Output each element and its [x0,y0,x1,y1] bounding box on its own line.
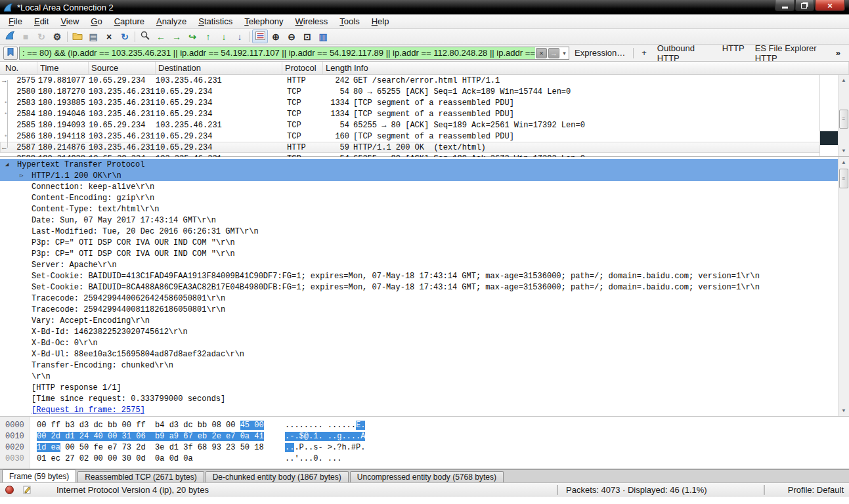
byte-view-tab-frame[interactable]: Frame (59 bytes) [2,469,76,482]
column-header-length[interactable]: Length [323,62,351,74]
detail-line-15[interactable]: X-Bd-Id: 14623822523020745612\r\n [0,326,838,337]
detail-line-4[interactable]: Content-Type: text/html\r\n [0,203,838,215]
packet-scrollbar-thumb[interactable]: ≡ [839,110,848,129]
menu-item-statistics[interactable]: Statistics [192,15,238,28]
close-button[interactable]: × [815,0,845,11]
detail-line-10[interactable]: Set-Cookie: BAIDUID=413C1FAD49FAA1913F84… [0,270,838,282]
detail-line-5[interactable]: Date: Sun, 07 May 2017 17:43:14 GMT\r\n [0,215,838,226]
byte-view-tab-uncompressed[interactable]: Uncompressed entity body (5768 bytes) [350,471,504,482]
start-capture-button[interactable] [2,30,18,43]
filter-bookmark-button[interactable] [3,47,18,60]
maximize-button[interactable] [795,0,814,11]
detail-line-11[interactable]: Set-Cookie: BAIDUID=8CA488A86C9EA3AC82B1… [0,282,838,293]
packet-row-2585[interactable]: 2585180.19409310.65.29.234103.235.46.231… [0,119,849,131]
packet-row-2584[interactable]: •2584180.194046103.235.46.23110.65.29.23… [0,108,849,119]
filter-shortcut-outbound-http[interactable]: Outbound HTTP [652,43,717,63]
stop-capture-button[interactable]: ■ [18,30,33,43]
ascii-selected-chars[interactable]: .-.$@.1. ..g....A [285,432,365,441]
capture-options-button[interactable]: ⚙ [49,30,65,43]
zoom-in-button[interactable]: ⊕ [268,30,284,43]
reload-file-button[interactable]: ↻ [117,30,133,43]
hex-selected-bytes[interactable]: 1d ea [37,443,60,452]
detail-line-14[interactable]: Vary: Accept-Encoding\r\n [0,315,838,326]
go-forward-button[interactable]: → [169,30,185,43]
packet-row-2587[interactable]: ←2587180.214876103.235.46.23110.65.29.23… [0,142,849,153]
detail-line-13[interactable]: Tracecode: 25942994400811826186050801\r\… [0,304,838,315]
resize-columns-button[interactable]: ▥ [315,30,331,43]
zoom-out-button[interactable]: ⊖ [284,30,299,43]
expander-open-icon[interactable]: ◢ [5,161,9,168]
restart-capture-button[interactable]: ↻ [33,30,49,43]
column-header-no[interactable]: No. [0,62,37,74]
byte-view-tab-reassembled[interactable]: Reassembled TCP (2671 bytes) [77,471,204,482]
detail-line-17[interactable]: X-Bd-Ul: 88ee10a3c15695804ad87d8aef32ada… [0,348,838,360]
detail-line-8[interactable]: P3p: CP=" OTI DSP COR IVA OUR IND COM "\… [0,248,838,259]
detail-line-7[interactable]: P3p: CP=" OTI DSP COR IVA OUR IND COM "\… [0,237,838,248]
detail-line-1[interactable]: ▷HTTP/1.1 200 OK\r\n [0,170,838,181]
open-file-button[interactable] [70,30,85,43]
filter-clear-button[interactable]: × [536,48,547,58]
add-filter-button[interactable]: + [636,48,652,58]
scroll-up-icon[interactable]: ▲ [838,158,849,167]
expert-info-icon[interactable] [5,486,14,494]
detail-line-16[interactable]: X-Bd-Oc: 0\r\n [0,337,838,348]
close-file-button[interactable]: × [101,30,117,43]
detail-line-12[interactable]: Tracecode: 25942994400626424586050801\r\… [0,293,838,304]
colorize-packets-button[interactable] [252,30,268,43]
menu-item-file[interactable]: File [3,15,28,28]
packet-row-2583[interactable]: •2583180.193885103.235.46.23110.65.29.23… [0,97,849,108]
find-packet-button[interactable] [137,30,153,43]
hex-selected-bytes[interactable]: 00 2d d1 24 40 00 31 06 b9 a9 67 eb 2e e… [37,432,264,441]
expander-closed-icon[interactable]: ▷ [20,172,23,179]
hex-bytes[interactable]: 01 ec 27 02 00 00 30 0d 0a 0d 0a [37,454,193,463]
ascii-chars[interactable]: ..'...0. ... [285,454,341,463]
display-filter-input[interactable]: : == 80) && (ip.addr == 103.235.46.231 |… [20,47,535,59]
scroll-up-icon[interactable]: ▲ [838,75,849,85]
ascii-selected-chars[interactable]: .. [285,443,294,452]
zoom-reset-button[interactable]: ⊡ [299,30,315,43]
hex-bytes[interactable]: 00 50 fe e7 73 2d 3e d1 3f 68 93 23 50 1… [60,443,264,452]
filter-shortcut-es-file-explorer-http[interactable]: ES File Explorer HTTP [750,43,836,63]
scroll-down-icon[interactable]: ▼ [838,406,849,415]
go-to-packet-button[interactable]: ↪ [185,30,200,43]
details-scrollbar-thumb[interactable]: ≡ [839,169,848,188]
toolbar-overflow-chevron[interactable]: » [836,48,846,58]
hex-selected-bytes[interactable]: 45 00 [240,421,264,430]
detail-line-0[interactable]: ◢Hypertext Transfer Protocol [0,159,838,170]
menu-item-edit[interactable]: Edit [28,15,54,28]
ascii-chars[interactable]: .P..s- >.?h.#P. [294,443,365,452]
hex-row-0000[interactable]: 000000 ff b3 d3 dc bb 00 ff b4 d3 dc bb … [0,419,849,430]
detail-line-3[interactable]: Content-Encoding: gzip\r\n [0,192,838,203]
detail-line-19[interactable]: \r\n [0,371,838,382]
detail-line-9[interactable]: Server: Apache\r\n [0,259,838,270]
detail-line-21[interactable]: [Time since request: 0.333799000 seconds… [0,393,838,404]
column-header-info[interactable]: Info [351,62,849,74]
packet-list-scrollbar[interactable]: ▲ ≡ ▼ [838,75,849,156]
menu-item-help[interactable]: Help [366,15,395,28]
column-header-destination[interactable]: Destination [156,62,282,74]
hex-row-0030[interactable]: 003001 ec 27 02 00 00 30 0d 0a 0d 0a..'.… [0,453,849,464]
byte-view-tab-de-chunked[interactable]: De-chunked entity body (1867 bytes) [206,471,349,482]
detail-line-2[interactable]: Connection: keep-alive\r\n [0,181,838,192]
ascii-selected-chars[interactable]: E. [356,421,365,430]
save-file-button[interactable]: ▤ [85,30,101,43]
capture-comment-icon[interactable] [23,486,32,494]
column-header-time[interactable]: Time [37,62,89,74]
filter-apply-button[interactable]: → [548,48,559,58]
status-profile[interactable]: Profile: Default [788,485,844,495]
packet-bytes-pane[interactable]: 000000 ff b3 d3 dc bb 00 ff b4 d3 dc bb … [0,417,849,469]
filter-shortcut-http[interactable]: HTTP [717,43,750,63]
minimize-button[interactable] [775,0,795,11]
packet-row-2575[interactable]: →2575179.88107710.65.29.234103.235.46.23… [0,75,849,86]
detail-line-18[interactable]: Transfer-Encoding: chunked\r\n [0,360,838,371]
go-back-button[interactable]: ← [153,30,169,43]
go-first-packet-button[interactable]: ↑ [200,30,216,43]
ascii-chars[interactable]: ........ ...... [285,421,356,430]
hex-row-0020[interactable]: 00201d ea 00 50 fe e7 73 2d 3e d1 3f 68 … [0,442,849,453]
auto-scroll-button[interactable]: ↓ [232,30,248,43]
menu-item-telephony[interactable]: Telephony [238,15,289,28]
details-scrollbar[interactable]: ▲ ≡ ▼ [838,157,849,416]
column-header-source[interactable]: Source [89,62,156,74]
menu-item-tools[interactable]: Tools [334,15,365,28]
column-header-protocol[interactable]: Protocol [282,62,323,74]
